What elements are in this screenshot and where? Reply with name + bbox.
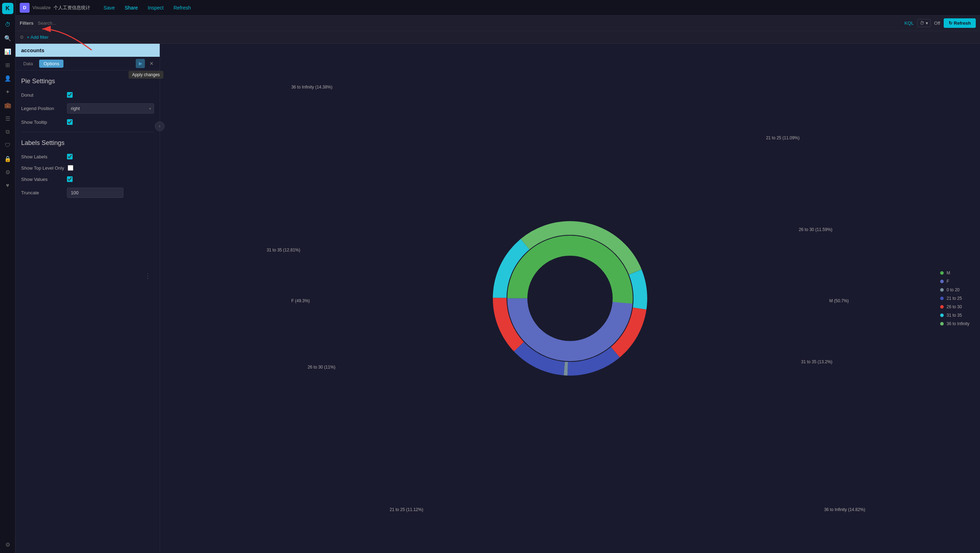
sidebar-item-puzzle[interactable]: ✦ xyxy=(2,86,13,97)
show-top-level-checkbox[interactable] xyxy=(68,165,73,171)
label-26-30-right: 26 to 30 (11.59%) xyxy=(799,227,832,232)
sidebar-item-list[interactable]: ☰ xyxy=(2,113,13,124)
label-31-35-right: 31 to 35 (13.2%) xyxy=(801,359,833,364)
sidebar-item-lock[interactable]: 🔒 xyxy=(2,153,13,164)
label-26-30-left: 26 to 30 (11%) xyxy=(308,365,336,370)
label-21-25-bottom: 21 to 25 (11.12%) xyxy=(390,507,423,512)
legend-dot-21-25 xyxy=(940,296,944,300)
panel-title: accounts xyxy=(21,47,45,53)
off-label: Off xyxy=(934,21,940,26)
chart-legend: M F 0 to 20 21 to 25 xyxy=(940,271,969,326)
sidebar-item-settings2[interactable]: ⚙ xyxy=(2,166,13,178)
legend-position-select[interactable]: off left right bottom xyxy=(67,104,154,113)
legend-dot-31-35 xyxy=(940,314,944,317)
sidebar-item-heart[interactable]: ♥ xyxy=(2,180,13,191)
legend-item-31-35: 31 to 35 xyxy=(940,313,969,318)
label-m-right: M (50.7%) xyxy=(829,298,848,303)
main-area: D Visualize 个人工资信息统计 Save Share Inspect … xyxy=(16,0,980,553)
sidebar-item-grid[interactable]: ⊞ xyxy=(2,59,13,70)
chart-container: 36 to Infinity (14.38%) 31 to 35 (12.81%… xyxy=(160,44,980,553)
sidebar-item-briefcase[interactable]: 💼 xyxy=(2,99,13,111)
label-21-25-topright: 21 to 25 (11.09%) xyxy=(766,135,800,140)
refresh-button[interactable]: ↻ Refresh xyxy=(944,18,976,28)
sidebar-item-user[interactable]: 👤 xyxy=(2,73,13,84)
sidebar-item-gear[interactable]: ⚙ xyxy=(2,539,13,550)
panel-body: Pie Settings Donut Legend Position off l… xyxy=(16,70,160,553)
legend-position-label: Legend Position xyxy=(21,106,64,111)
sidebar-item-clock[interactable]: ⏱ xyxy=(2,19,13,30)
kql-button[interactable]: KQL xyxy=(905,21,914,26)
share-button[interactable]: Share xyxy=(123,3,140,12)
legend-label-26-30: 26 to 30 xyxy=(947,304,962,309)
legend-label-f: F xyxy=(947,279,949,284)
app-title: 个人工资信息统计 xyxy=(54,5,90,11)
legend-label-0-20: 0 to 20 xyxy=(947,287,959,292)
show-tooltip-checkbox[interactable] xyxy=(67,119,73,125)
add-filter-button[interactable]: + Add filter xyxy=(27,35,49,40)
legend-dot-m xyxy=(940,271,944,275)
truncate-row: Truncate xyxy=(21,188,154,198)
legend-dot-f xyxy=(940,280,944,283)
save-button[interactable]: Save xyxy=(102,3,117,12)
search-input[interactable] xyxy=(38,21,900,26)
legend-label-31-35: 31 to 35 xyxy=(947,313,962,318)
legend-position-row: Legend Position off left right bottom ▾ xyxy=(21,104,154,113)
show-tooltip-row: Show Tooltip xyxy=(21,119,154,125)
donut-checkbox[interactable] xyxy=(67,92,73,98)
icon-sidebar: K ⏱ 🔍 📊 ⊞ 👤 ✦ 💼 ☰ ⧉ 🛡 🔒 ⚙ ♥ ⚙ xyxy=(0,0,16,553)
show-top-level-label: Show Top Level Only xyxy=(21,166,64,171)
legend-position-select-wrapper: off left right bottom ▾ xyxy=(67,104,154,113)
sidebar-item-search[interactable]: 🔍 xyxy=(2,32,13,44)
show-top-level-row: Show Top Level Only xyxy=(21,165,154,171)
tab-options[interactable]: Options xyxy=(39,60,64,68)
app-logo[interactable]: K xyxy=(2,3,13,14)
sidebar-item-shield[interactable]: 🛡 xyxy=(2,140,13,151)
chart-area: 36 to Infinity (14.38%) 31 to 35 (12.81%… xyxy=(160,44,980,553)
legend-item-f: F xyxy=(940,279,969,284)
top-bar: D Visualize 个人工资信息统计 Save Share Inspect … xyxy=(16,0,980,16)
time-picker-button[interactable]: ⏱ ▾ xyxy=(917,19,931,27)
panel-tabs: Data Options ▶ Apply changes ✕ xyxy=(16,57,160,70)
refresh-nav-button[interactable]: Refresh xyxy=(171,3,193,12)
panel-header: accounts xyxy=(16,44,160,57)
tab-data[interactable]: Data xyxy=(19,60,37,68)
show-labels-checkbox[interactable] xyxy=(67,154,73,159)
label-31-35-left: 31 to 35 (12.81%) xyxy=(267,248,300,252)
panel-drag-handle[interactable]: ··· xyxy=(145,273,151,280)
sidebar-item-stack[interactable]: ⧉ xyxy=(2,126,13,137)
legend-item-m: M xyxy=(940,271,969,276)
legend-item-36-inf: 36 to Infinity xyxy=(940,321,969,326)
show-labels-label: Show Labels xyxy=(21,154,64,159)
legend-item-26-30: 26 to 30 xyxy=(940,304,969,309)
svg-point-11 xyxy=(528,256,612,341)
inspect-button[interactable]: Inspect xyxy=(146,3,166,12)
filter-right: KQL ⏱ ▾ Off ↻ Refresh xyxy=(905,18,976,28)
pie-settings-title: Pie Settings xyxy=(21,78,154,85)
visualize-label: Visualize xyxy=(32,5,51,10)
chevron-down-icon: ▾ xyxy=(926,21,928,26)
left-panel: accounts Data Options ▶ Apply changes ✕ … xyxy=(16,44,160,553)
sidebar-item-chart[interactable]: 📊 xyxy=(2,46,13,57)
donut-setting-row: Donut xyxy=(21,92,154,98)
show-values-checkbox[interactable] xyxy=(67,176,73,182)
legend-dot-36-inf xyxy=(940,322,944,325)
show-values-row: Show Values xyxy=(21,176,154,182)
truncate-input[interactable] xyxy=(67,188,123,198)
show-values-label: Show Values xyxy=(21,177,64,182)
label-36-infinity-bottomright: 36 to Infinity (14.82%) xyxy=(824,507,865,512)
content-area: accounts Data Options ▶ Apply changes ✕ … xyxy=(16,44,980,553)
apply-changes-button[interactable]: ▶ xyxy=(136,59,145,68)
clock-icon-small: ⏱ xyxy=(920,21,924,26)
legend-item-21-25: 21 to 25 xyxy=(940,296,969,301)
tab-actions: ▶ Apply changes ✕ xyxy=(136,59,156,68)
add-filter-row: ⚙ + Add filter xyxy=(16,31,980,44)
labels-settings-title: Labels Settings xyxy=(21,139,154,147)
collapse-panel-button[interactable]: ‹ xyxy=(155,121,165,131)
label-36-infinity-topleft: 36 to Infinity (14.38%) xyxy=(291,84,332,89)
show-tooltip-label: Show Tooltip xyxy=(21,120,64,125)
filters-label: Filters xyxy=(20,21,33,26)
close-panel-button[interactable]: ✕ xyxy=(147,59,156,68)
legend-label-36-inf: 36 to Infinity xyxy=(947,321,969,326)
legend-label-m: M xyxy=(947,271,950,276)
legend-dot-0-20 xyxy=(940,288,944,292)
